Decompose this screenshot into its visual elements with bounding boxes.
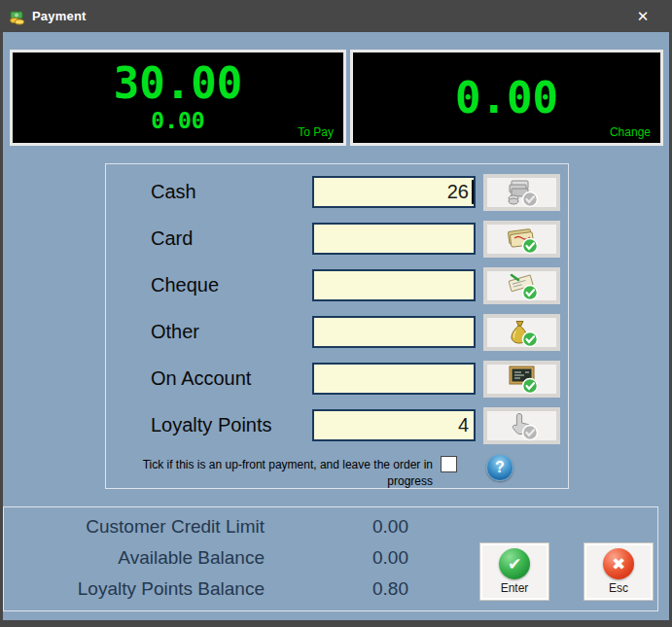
card-input[interactable]: [312, 223, 476, 255]
cheque-input[interactable]: [312, 269, 476, 301]
credit-limit-label: Customer Credit Limit: [32, 515, 265, 539]
available-balance-value: 0.00: [311, 546, 408, 570]
loyalty-points-input[interactable]: [312, 409, 476, 441]
available-balance-label: Available Balance: [32, 546, 265, 570]
cash-button[interactable]: [483, 174, 560, 211]
loyalty-balance-label: Loyalty Points Balance: [32, 577, 265, 601]
on-account-label: On Account: [151, 363, 251, 395]
cross-icon: ✖: [603, 548, 634, 579]
change-amount: 0.00: [353, 73, 660, 122]
payment-window: Payment ✕ 30.00 0.00 To Pay 0.00 Change …: [0, 0, 672, 627]
other-button[interactable]: [483, 314, 560, 351]
loyalty-balance-value: 0.80: [311, 577, 408, 601]
text-caret: [472, 180, 474, 204]
card-label: Card: [151, 223, 193, 255]
change-display: 0.00 Change: [350, 50, 663, 146]
check-icon: ✔: [499, 548, 530, 579]
other-label: Other: [151, 316, 199, 348]
close-button[interactable]: ✕: [621, 0, 664, 32]
money-bag-icon: [506, 317, 539, 348]
to-pay-secondary: 0.00: [13, 108, 343, 133]
card-button[interactable]: [483, 221, 560, 258]
account-board-icon: [506, 364, 539, 395]
loyalty-points-button[interactable]: [483, 407, 560, 444]
cheque-label: Cheque: [151, 269, 219, 301]
change-label: Change: [610, 125, 651, 139]
credit-limit-value: 0.00: [311, 515, 408, 539]
esc-button-label: Esc: [584, 581, 653, 595]
cash-icon: [506, 177, 539, 208]
client-area: 30.00 0.00 To Pay 0.00 Change Cash: [3, 32, 669, 620]
cheque-button[interactable]: [483, 267, 560, 304]
window-title: Payment: [32, 0, 87, 32]
enter-button-label: Enter: [480, 581, 548, 595]
help-button[interactable]: ?: [486, 454, 513, 481]
payment-coins-icon: [9, 8, 26, 25]
enter-button[interactable]: ✔ Enter: [479, 542, 549, 601]
titlebar: Payment ✕: [0, 0, 672, 32]
credit-card-icon: [506, 224, 539, 255]
other-input[interactable]: [312, 316, 476, 348]
on-account-input[interactable]: [312, 363, 476, 395]
upfront-payment-label: Tick if this is an up-front payment, and…: [100, 457, 433, 473]
to-pay-label: To Pay: [298, 125, 334, 139]
cheque-icon: [506, 270, 539, 301]
question-mark-icon: ?: [495, 459, 505, 476]
esc-button[interactable]: ✖ Esc: [584, 542, 654, 601]
loyalty-hand-icon: [506, 410, 539, 441]
upfront-checkbox[interactable]: [441, 456, 457, 472]
on-account-button[interactable]: [483, 361, 560, 398]
loyalty-points-label: Loyalty Points: [151, 409, 272, 441]
cash-label: Cash: [151, 176, 196, 208]
to-pay-display: 30.00 0.00 To Pay: [10, 50, 346, 146]
cash-input[interactable]: [312, 176, 476, 208]
to-pay-amount: 30.00: [13, 58, 343, 108]
